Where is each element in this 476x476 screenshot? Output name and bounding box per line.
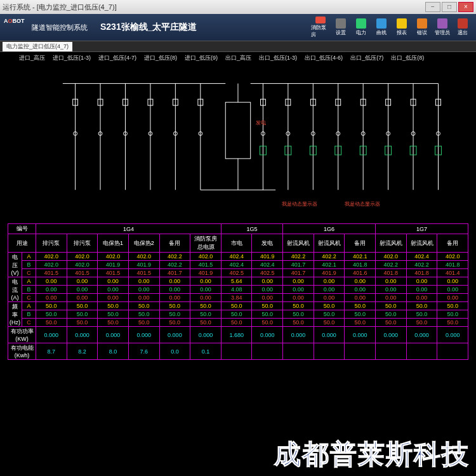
line-title: S231张榆线_太平庄隧道 [100, 22, 197, 33]
subtab[interactable]: 进口_高压 [19, 54, 45, 63]
dyn-label-1: 我是动态显示器 [282, 201, 317, 207]
dyn-label-2: 我是动态显示器 [345, 201, 380, 207]
gen-label: 发电 [256, 120, 266, 126]
active-tab[interactable]: 电力监控_进口低压(4_7) [3, 42, 72, 51]
tab-bar: 电力监控_进口低压(4_7) [0, 41, 476, 52]
close-button[interactable]: × [458, 2, 473, 12]
subtab[interactable]: 进口_低压(4-7) [98, 54, 136, 63]
window-titlebar: 运行系统 - [电力监控_进口低压(4_7)] − □ × [0, 0, 476, 14]
subtab[interactable]: 出口_低压(8) [391, 54, 424, 63]
minimize-button[interactable]: − [425, 2, 440, 12]
subtab[interactable]: 出口_低压(1-3) [259, 54, 297, 63]
system-name: 隧道智能控制系统 [32, 23, 88, 32]
toolbar-消防泵房[interactable]: 消防泵房 [311, 17, 330, 38]
single-line-diagram: 发电 我是动态显示器 我是动态显示器 [13, 65, 463, 223]
svg-rect-52 [225, 102, 250, 159]
toolbar-曲线[interactable]: 曲线 [372, 17, 391, 38]
watermark: 成都普莱斯科技 [274, 437, 470, 472]
toolbar-退出[interactable]: 退出 [453, 17, 472, 38]
sub-tabs: 进口_高压进口_低压(1-3)进口_低压(4-7)进口_低压(8)进口_低压(9… [0, 52, 476, 65]
subtab[interactable]: 出口_低压(7) [350, 54, 383, 63]
app-header: AOBOT 隧道智能控制系统 S231张榆线_太平庄隧道 消防泵房设置电力曲线报… [0, 14, 476, 41]
subtab[interactable]: 出口_低压(4-6) [305, 54, 343, 63]
window-title: 运行系统 - [电力监控_进口低压(4_7)] [3, 3, 117, 12]
logo: AOBOT [4, 18, 29, 37]
toolbar-错误[interactable]: 错误 [413, 17, 432, 38]
toolbar-管理员[interactable]: 管理员 [433, 17, 452, 38]
toolbar-电力[interactable]: 电力 [352, 17, 371, 38]
subtab[interactable]: 进口_低压(1-3) [53, 54, 91, 63]
toolbar: 消防泵房设置电力曲线报表错误管理员退出 [311, 17, 472, 38]
toolbar-报表[interactable]: 报表 [392, 17, 411, 38]
data-grid: 编号1G41G51G61G7用途排污泵排污泵电保热1电保热2备用消防泵房总电源市… [8, 223, 468, 360]
subtab[interactable]: 进口_低压(8) [144, 54, 177, 63]
maximize-button[interactable]: □ [442, 2, 457, 12]
subtab[interactable]: 进口_低压(9) [185, 54, 218, 63]
subtab[interactable]: 出口_高压 [225, 54, 251, 63]
toolbar-设置[interactable]: 设置 [331, 17, 350, 38]
